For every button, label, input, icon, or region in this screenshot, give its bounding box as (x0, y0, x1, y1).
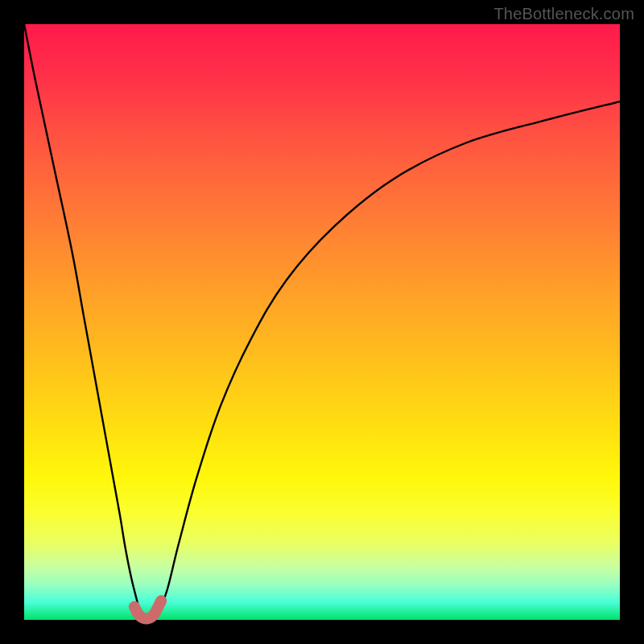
watermark-text: TheBottleneck.com (493, 5, 634, 23)
valley-marker (134, 601, 161, 618)
curve-left-branch (24, 24, 140, 614)
chart-frame: TheBottleneck.com (0, 0, 644, 644)
curve-layer (24, 24, 620, 620)
plot-area (24, 24, 620, 620)
curve-right-branch (159, 101, 621, 613)
